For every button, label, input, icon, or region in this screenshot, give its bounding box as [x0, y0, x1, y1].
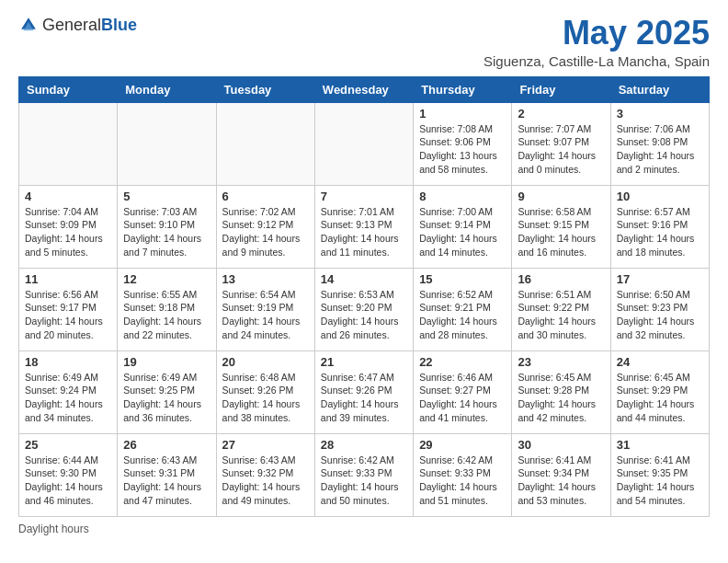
- month-title: May 2025: [483, 15, 710, 52]
- table-row: 25Sunrise: 6:44 AM Sunset: 9:30 PM Dayli…: [19, 433, 118, 516]
- day-info: Sunrise: 7:00 AM Sunset: 9:14 PM Dayligh…: [419, 205, 506, 259]
- day-info: Sunrise: 7:07 AM Sunset: 9:07 PM Dayligh…: [518, 122, 604, 177]
- table-row: 15Sunrise: 6:52 AM Sunset: 9:21 PM Dayli…: [414, 268, 512, 350]
- table-row: 10Sunrise: 6:57 AM Sunset: 9:16 PM Dayli…: [610, 185, 709, 268]
- table-row: 29Sunrise: 6:42 AM Sunset: 9:33 PM Dayli…: [414, 433, 512, 516]
- table-row: 22Sunrise: 6:46 AM Sunset: 9:27 PM Dayli…: [414, 350, 512, 433]
- col-sunday: Sunday: [19, 76, 118, 102]
- table-row: 9Sunrise: 6:58 AM Sunset: 9:15 PM Daylig…: [512, 185, 610, 268]
- table-row: 31Sunrise: 6:41 AM Sunset: 9:35 PM Dayli…: [610, 433, 709, 516]
- week-row-0: 1Sunrise: 7:08 AM Sunset: 9:06 PM Daylig…: [19, 102, 710, 185]
- day-info: Sunrise: 6:56 AM Sunset: 9:17 PM Dayligh…: [25, 288, 111, 342]
- day-info: Sunrise: 6:48 AM Sunset: 9:26 PM Dayligh…: [222, 371, 309, 425]
- page: GeneralBlue May 2025 Siguenza, Castille-…: [0, 0, 728, 550]
- header: GeneralBlue May 2025 Siguenza, Castille-…: [18, 15, 710, 69]
- day-info: Sunrise: 6:44 AM Sunset: 9:30 PM Dayligh…: [25, 454, 111, 508]
- day-info: Sunrise: 7:03 AM Sunset: 9:10 PM Dayligh…: [123, 205, 210, 259]
- table-row: 11Sunrise: 6:56 AM Sunset: 9:17 PM Dayli…: [19, 268, 118, 350]
- logo-blue: Blue: [101, 16, 137, 34]
- day-number: 12: [123, 272, 210, 286]
- day-number: 4: [25, 190, 111, 203]
- day-info: Sunrise: 6:41 AM Sunset: 9:35 PM Dayligh…: [617, 454, 703, 508]
- day-info: Sunrise: 7:04 AM Sunset: 9:09 PM Dayligh…: [25, 205, 111, 259]
- col-saturday: Saturday: [610, 76, 709, 102]
- day-number: 5: [123, 190, 210, 203]
- day-number: 31: [617, 438, 703, 452]
- logo-text: GeneralBlue: [42, 16, 137, 35]
- day-number: 9: [518, 190, 604, 203]
- table-row: 17Sunrise: 6:50 AM Sunset: 9:23 PM Dayli…: [610, 268, 709, 350]
- day-number: 8: [419, 190, 506, 203]
- day-number: 19: [123, 355, 210, 369]
- table-row: 13Sunrise: 6:54 AM Sunset: 9:19 PM Dayli…: [216, 268, 314, 350]
- week-row-4: 25Sunrise: 6:44 AM Sunset: 9:30 PM Dayli…: [19, 433, 710, 516]
- location: Siguenza, Castille-La Mancha, Spain: [483, 53, 710, 69]
- day-number: 16: [518, 272, 604, 286]
- table-row: 21Sunrise: 6:47 AM Sunset: 9:26 PM Dayli…: [314, 350, 413, 433]
- table-row: 12Sunrise: 6:55 AM Sunset: 9:18 PM Dayli…: [118, 268, 216, 350]
- day-info: Sunrise: 7:08 AM Sunset: 9:06 PM Dayligh…: [419, 122, 506, 177]
- day-info: Sunrise: 7:06 AM Sunset: 9:08 PM Dayligh…: [617, 122, 703, 177]
- table-row: 14Sunrise: 6:53 AM Sunset: 9:20 PM Dayli…: [314, 268, 413, 350]
- day-number: 3: [617, 107, 703, 121]
- day-info: Sunrise: 6:51 AM Sunset: 9:22 PM Dayligh…: [518, 288, 604, 342]
- calendar: Sunday Monday Tuesday Wednesday Thursday…: [18, 76, 710, 517]
- table-row: 28Sunrise: 6:42 AM Sunset: 9:33 PM Dayli…: [314, 433, 413, 516]
- day-number: 2: [518, 107, 604, 121]
- day-info: Sunrise: 6:43 AM Sunset: 9:32 PM Dayligh…: [222, 454, 309, 508]
- day-info: Sunrise: 6:42 AM Sunset: 9:33 PM Dayligh…: [321, 454, 407, 508]
- day-number: 1: [419, 107, 506, 121]
- day-number: 6: [222, 190, 309, 203]
- day-info: Sunrise: 7:01 AM Sunset: 9:13 PM Dayligh…: [321, 205, 407, 259]
- table-row: 3Sunrise: 7:06 AM Sunset: 9:08 PM Daylig…: [610, 102, 709, 185]
- table-row: 30Sunrise: 6:41 AM Sunset: 9:34 PM Dayli…: [512, 433, 610, 516]
- col-monday: Monday: [118, 76, 216, 102]
- logo-icon: [18, 15, 39, 35]
- week-row-3: 18Sunrise: 6:49 AM Sunset: 9:24 PM Dayli…: [19, 350, 710, 433]
- table-row: 1Sunrise: 7:08 AM Sunset: 9:06 PM Daylig…: [414, 102, 512, 185]
- day-info: Sunrise: 6:43 AM Sunset: 9:31 PM Dayligh…: [123, 454, 210, 508]
- day-info: Sunrise: 6:46 AM Sunset: 9:27 PM Dayligh…: [419, 371, 506, 425]
- day-number: 26: [123, 438, 210, 452]
- logo-general: General: [42, 16, 101, 34]
- table-row: 18Sunrise: 6:49 AM Sunset: 9:24 PM Dayli…: [19, 350, 118, 433]
- day-number: 27: [222, 438, 309, 452]
- logo: GeneralBlue: [18, 15, 137, 35]
- table-row: 7Sunrise: 7:01 AM Sunset: 9:13 PM Daylig…: [314, 185, 413, 268]
- table-row: 19Sunrise: 6:49 AM Sunset: 9:25 PM Dayli…: [118, 350, 216, 433]
- table-row: [314, 102, 413, 185]
- col-tuesday: Tuesday: [216, 76, 314, 102]
- day-info: Sunrise: 6:49 AM Sunset: 9:25 PM Dayligh…: [123, 371, 210, 425]
- day-number: 21: [321, 355, 407, 369]
- day-number: 29: [419, 438, 506, 452]
- table-row: [216, 102, 314, 185]
- col-thursday: Thursday: [414, 76, 512, 102]
- table-row: 4Sunrise: 7:04 AM Sunset: 9:09 PM Daylig…: [19, 185, 118, 268]
- day-info: Sunrise: 6:58 AM Sunset: 9:15 PM Dayligh…: [518, 205, 604, 259]
- day-number: 11: [25, 272, 111, 286]
- day-info: Sunrise: 6:52 AM Sunset: 9:21 PM Dayligh…: [419, 288, 506, 342]
- day-info: Sunrise: 6:50 AM Sunset: 9:23 PM Dayligh…: [617, 288, 703, 342]
- day-number: 28: [321, 438, 407, 452]
- day-number: 25: [25, 438, 111, 452]
- day-number: 24: [617, 355, 703, 369]
- table-row: 5Sunrise: 7:03 AM Sunset: 9:10 PM Daylig…: [118, 185, 216, 268]
- day-number: 20: [222, 355, 309, 369]
- day-number: 23: [518, 355, 604, 369]
- day-info: Sunrise: 6:55 AM Sunset: 9:18 PM Dayligh…: [123, 288, 210, 342]
- day-number: 10: [617, 190, 703, 203]
- day-info: Sunrise: 6:45 AM Sunset: 9:28 PM Dayligh…: [518, 371, 604, 425]
- footer-note: Daylight hours: [18, 523, 710, 535]
- col-wednesday: Wednesday: [314, 76, 413, 102]
- day-info: Sunrise: 6:49 AM Sunset: 9:24 PM Dayligh…: [25, 371, 111, 425]
- day-number: 17: [617, 272, 703, 286]
- day-number: 22: [419, 355, 506, 369]
- table-row: 16Sunrise: 6:51 AM Sunset: 9:22 PM Dayli…: [512, 268, 610, 350]
- table-row: 2Sunrise: 7:07 AM Sunset: 9:07 PM Daylig…: [512, 102, 610, 185]
- table-row: [19, 102, 118, 185]
- col-friday: Friday: [512, 76, 610, 102]
- day-number: 14: [321, 272, 407, 286]
- table-row: [118, 102, 216, 185]
- day-info: Sunrise: 6:42 AM Sunset: 9:33 PM Dayligh…: [419, 454, 506, 508]
- day-info: Sunrise: 6:54 AM Sunset: 9:19 PM Dayligh…: [222, 288, 309, 342]
